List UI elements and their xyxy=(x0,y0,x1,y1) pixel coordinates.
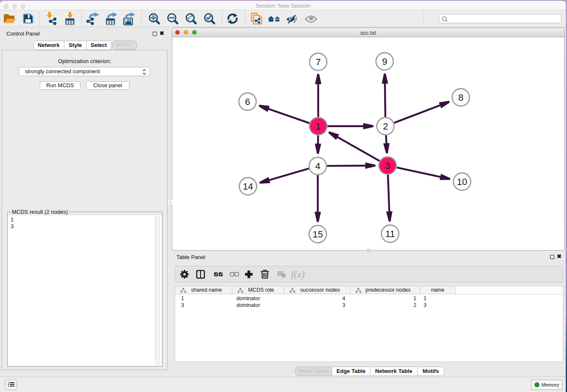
svg-text:9: 9 xyxy=(382,56,387,67)
svg-text:1: 1 xyxy=(316,121,321,132)
svg-text:11: 11 xyxy=(385,229,395,239)
svg-text:4: 4 xyxy=(315,161,320,171)
svg-text:8: 8 xyxy=(458,92,463,103)
svg-text:14: 14 xyxy=(243,181,253,192)
svg-text:7: 7 xyxy=(316,57,321,67)
svg-text:15: 15 xyxy=(313,229,323,240)
svg-text:6: 6 xyxy=(245,97,250,107)
svg-text:10: 10 xyxy=(457,177,467,187)
svg-text:f(x): f(x) xyxy=(291,269,305,280)
svg-text:3: 3 xyxy=(385,160,390,171)
svg-text:2: 2 xyxy=(383,121,388,132)
